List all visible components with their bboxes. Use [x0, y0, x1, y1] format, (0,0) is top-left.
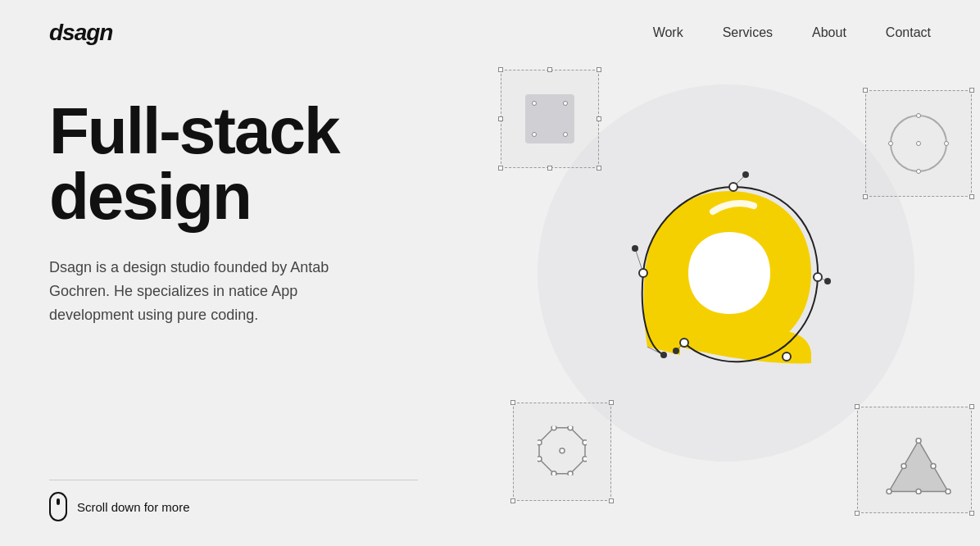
- svg-point-15: [901, 463, 906, 468]
- svg-point-6: [551, 471, 556, 475]
- svg-point-4: [583, 457, 587, 462]
- shape-octagon: [538, 426, 587, 475]
- hero-title: Full-stack design: [49, 98, 377, 230]
- handle-tl: [510, 400, 515, 405]
- handle-br: [969, 511, 974, 516]
- handle-bl: [498, 166, 503, 171]
- svg-point-16: [916, 489, 921, 494]
- svg-point-25: [639, 269, 647, 277]
- selection-box-triangle: [857, 407, 972, 513]
- svg-point-23: [729, 183, 737, 191]
- handle-bl: [863, 194, 868, 199]
- svg-marker-10: [889, 440, 948, 491]
- svg-point-22: [660, 352, 667, 358]
- svg-point-1: [551, 426, 556, 430]
- handle-tl: [498, 67, 503, 72]
- navbar: dsagn Work Services About Contact: [0, 0, 980, 66]
- svg-point-11: [916, 438, 921, 443]
- scroll-icon: [49, 492, 67, 521]
- scroll-label: Scroll down for more: [77, 500, 190, 514]
- svg-point-30: [824, 278, 831, 284]
- nav-work[interactable]: Work: [653, 25, 683, 39]
- handle-tr: [597, 67, 601, 72]
- logo-illustration: [598, 150, 844, 396]
- svg-point-3: [583, 440, 587, 445]
- svg-point-13: [887, 489, 892, 494]
- handle-tr: [969, 404, 974, 409]
- logo[interactable]: dsagn: [49, 20, 112, 46]
- handle-tr: [609, 400, 614, 405]
- svg-point-5: [568, 471, 573, 475]
- svg-point-29: [742, 171, 749, 178]
- handle-bm: [547, 166, 552, 171]
- hero-section: Full-stack design Dsagn is a design stud…: [49, 98, 377, 326]
- svg-point-9: [560, 448, 565, 453]
- svg-point-27: [783, 353, 791, 361]
- scroll-hint: Scroll down for more: [49, 492, 190, 521]
- selection-box-octagon: [513, 403, 611, 501]
- svg-point-12: [946, 489, 951, 494]
- svg-point-8: [538, 440, 542, 445]
- handle-tm: [547, 67, 552, 72]
- handle-mr: [597, 116, 601, 121]
- svg-point-24: [814, 273, 822, 281]
- handle-tr: [969, 88, 974, 93]
- handle-ml: [498, 116, 503, 121]
- selection-box-square: [501, 70, 599, 168]
- svg-point-31: [673, 348, 679, 354]
- nav-about[interactable]: About: [812, 25, 846, 39]
- shape-triangle: [886, 437, 943, 486]
- handle-br: [609, 498, 614, 503]
- shape-circle: [890, 115, 947, 172]
- svg-point-26: [680, 339, 688, 347]
- nav-links: Work Services About Contact: [653, 25, 931, 40]
- hero-description: Dsagn is a design studio founded by Anta…: [49, 256, 377, 326]
- svg-point-28: [632, 245, 638, 252]
- handle-tl: [855, 404, 860, 409]
- svg-point-14: [931, 463, 936, 468]
- nav-services[interactable]: Services: [723, 25, 773, 39]
- svg-point-2: [568, 426, 573, 430]
- scroll-dot: [57, 498, 60, 505]
- illustration-area: [472, 0, 980, 546]
- handle-tl: [863, 88, 868, 93]
- handle-br: [969, 194, 974, 199]
- handle-bl: [510, 498, 515, 503]
- divider: [49, 480, 418, 480]
- selection-box-circle: [865, 90, 972, 197]
- svg-point-7: [538, 457, 542, 462]
- nav-contact[interactable]: Contact: [886, 25, 931, 39]
- handle-bl: [855, 511, 860, 516]
